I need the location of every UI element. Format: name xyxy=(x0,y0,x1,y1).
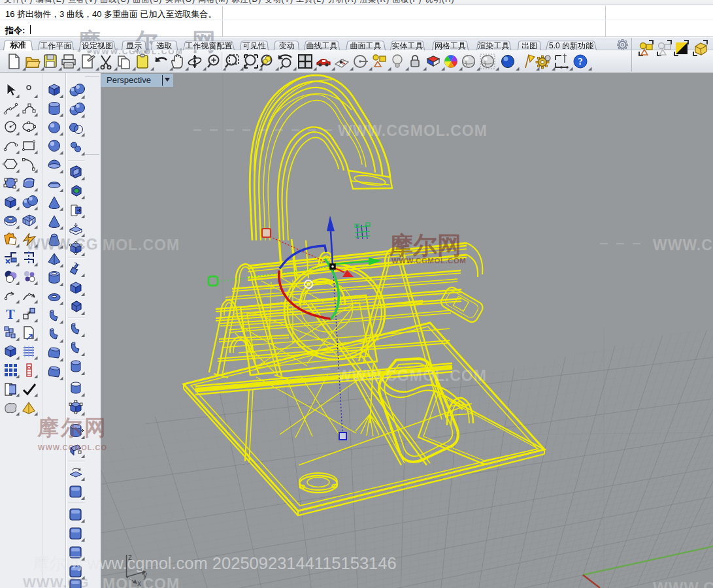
svg-text:WWW.CG: WWW.CG xyxy=(653,237,713,253)
svg-text:?: ? xyxy=(578,56,583,67)
svg-text:T: T xyxy=(6,307,15,321)
svg-text:WWW.CGMOL.COM: WWW.CGMOL.COM xyxy=(391,257,466,265)
svg-text:摩尔网: 摩尔网 xyxy=(388,232,461,259)
svg-text:WWW.CGMOL.COM: WWW.CGMOL.COM xyxy=(337,367,487,384)
svg-text:MOL.COM: MOL.COM xyxy=(103,237,180,253)
svg-text:WWW.C: WWW.C xyxy=(653,579,713,588)
svg-text:MOL.COM: MOL.COM xyxy=(103,576,180,588)
svg-text:WWW.CGMOL.COM: WWW.CGMOL.COM xyxy=(338,122,488,139)
